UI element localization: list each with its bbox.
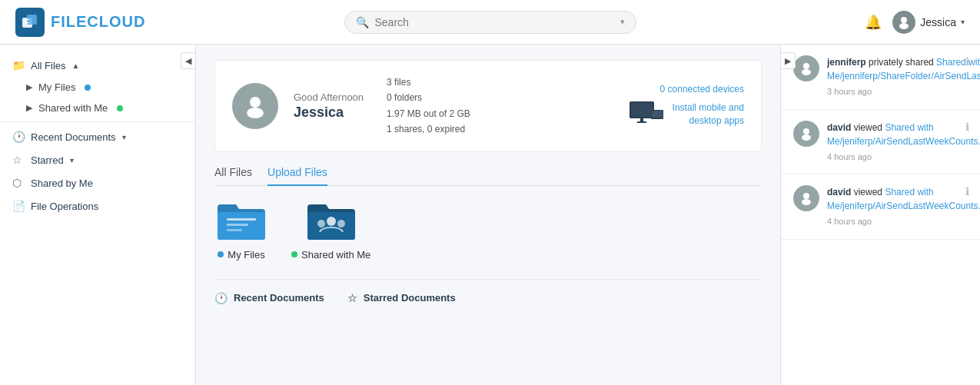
svg-point-25: [803, 193, 809, 199]
starred-caret-icon: ▾: [70, 156, 74, 164]
install-app-link[interactable]: Install mobile and desktop apps: [673, 101, 744, 128]
activity-avatar-2: [793, 121, 819, 147]
files-count: 3 files: [387, 75, 470, 90]
sidebar-item-file-ops[interactable]: 📄 File Operations: [0, 194, 195, 217]
sidebar-starred-label: Starred: [31, 154, 64, 166]
svg-rect-12: [652, 111, 663, 118]
shared-with-me-dot: [117, 105, 123, 111]
sidebar-item-recent-docs[interactable]: 🕐 Recent Documents ▾: [0, 125, 195, 148]
activity-action-1: privately shared: [869, 57, 936, 68]
activity-item-1: jenniferp privately shared Shared with M…: [781, 45, 980, 110]
activity-info-icon-2[interactable]: ℹ: [965, 121, 969, 133]
logo-part1: FILE: [51, 13, 87, 30]
right-panel: ▶ jenniferp privately shared Shared with…: [780, 45, 980, 385]
user-area[interactable]: Jessica ▾: [892, 11, 965, 34]
recent-docs-section[interactable]: 🕐 Recent Documents: [214, 292, 324, 304]
svg-point-5: [250, 97, 261, 108]
activity-time-2: 4 hours ago: [827, 151, 980, 164]
logo-part2: CLOUD: [87, 13, 145, 30]
all-files-caret-icon: ▲: [72, 61, 80, 70]
clock-icon: 🕐: [12, 131, 25, 143]
activity-info-icon-3[interactable]: ℹ: [965, 185, 969, 197]
activity-action-3: viewed: [854, 187, 885, 197]
recent-docs-section-label: Recent Documents: [234, 292, 324, 304]
search-input-wrap[interactable]: 🔍 ▾: [344, 11, 636, 34]
sidebar-item-starred[interactable]: ☆ Starred ▾: [0, 148, 195, 171]
user-banner: Good Afternoon Jessica 3 files 0 folders…: [214, 60, 762, 152]
svg-point-6: [247, 108, 264, 118]
search-bar: 🔍 ▾: [169, 11, 811, 34]
sidebar-item-all-files[interactable]: 📁 All Files ▲: [0, 54, 195, 77]
activity-avatar-3: [793, 185, 819, 211]
search-dropdown-icon: ▾: [620, 17, 625, 27]
logo-icon: F: [15, 8, 45, 37]
avatar: [892, 11, 915, 34]
monitor-icon: [628, 101, 665, 128]
starred-docs-section-label: Starred Documents: [364, 292, 456, 304]
folder-icon: 📁: [12, 59, 25, 71]
activity-item-3: david viewed Shared with Me/jeniferp/Air…: [781, 174, 980, 240]
activity-time-1: 3 hours ago: [827, 85, 980, 98]
bottom-row: 🕐 Recent Documents ☆ Starred Documents: [214, 279, 762, 304]
shared-with-me-label-dot: [291, 251, 297, 257]
install-app-area[interactable]: Install mobile and desktop apps: [628, 101, 744, 128]
sidebar-item-my-files[interactable]: ▶ My Files: [0, 77, 195, 98]
sidebar-divider-1: [0, 121, 195, 122]
svg-rect-10: [637, 121, 646, 123]
banner-stats: 3 files 0 folders 1.97 MB out of 2 GB 1 …: [387, 75, 470, 138]
file-item-my-files[interactable]: My Files: [214, 198, 268, 261]
activity-action-2: viewed: [854, 122, 885, 133]
user-caret-icon: ▾: [961, 18, 965, 26]
activity-content-2: david viewed Shared with Me/jeniferp/Air…: [827, 121, 980, 164]
shared-with-me-label-text: Shared with Me: [301, 249, 370, 261]
activity-user-1: jenniferp: [827, 57, 866, 68]
install-text-1: Install mobile and: [673, 101, 744, 115]
star-icon: ☆: [12, 154, 25, 166]
file-item-shared-with-me[interactable]: Shared with Me: [291, 198, 370, 261]
my-files-label: My Files: [218, 249, 264, 261]
folders-count: 0 folders: [387, 90, 470, 105]
banner-actions: 0 connected devices Install mobile and: [628, 84, 744, 128]
sidebar-my-files-label: My Files: [38, 81, 75, 93]
sidebar-recent-docs-label: Recent Documents: [31, 131, 116, 143]
svg-point-24: [802, 134, 811, 141]
connected-devices-link[interactable]: 0 connected devices: [660, 84, 744, 95]
file-grid: My Files Shared with Me: [214, 198, 762, 261]
activity-info-icon-1[interactable]: ℹ: [965, 55, 969, 68]
bell-icon[interactable]: 🔔: [865, 14, 882, 31]
main-inner: Good Afternoon Jessica 3 files 0 folders…: [196, 45, 780, 320]
layout: ◀ 📁 All Files ▲ ▶ My Files ▶ Shared with…: [0, 45, 980, 385]
user-name: Jessica: [920, 16, 956, 28]
shared-with-me-caret-icon: ▶: [26, 103, 32, 113]
sidebar-item-shared-with-me[interactable]: ▶ Shared with Me: [0, 98, 195, 118]
tab-all-files[interactable]: All Files: [214, 166, 252, 186]
install-text-2: desktop apps: [673, 115, 744, 128]
shared-with-me-label: Shared with Me: [291, 249, 370, 261]
sidebar-all-files-label: All Files: [31, 60, 66, 71]
shares-info: 1 shares, 0 expired: [387, 121, 470, 137]
banner-avatar: [232, 83, 278, 129]
banner-text: Good Afternoon Jessica: [294, 91, 364, 121]
svg-rect-9: [640, 118, 643, 121]
my-files-caret-icon: ▶: [26, 82, 32, 92]
recent-docs-section-icon: 🕐: [214, 292, 228, 304]
svg-point-4: [899, 23, 909, 29]
right-panel-collapse-button[interactable]: ▶: [780, 52, 796, 69]
activity-content-1: jenniferp privately shared Shared with M…: [827, 55, 980, 98]
sidebar-shared-by-me-label: Shared by Me: [31, 178, 93, 189]
activity-time-3: 4 hours ago: [827, 215, 980, 228]
sidebar-file-ops-label: File Operations: [31, 201, 98, 212]
logo-text: FILECLOUD: [51, 13, 145, 31]
search-input[interactable]: [375, 16, 614, 28]
my-files-label-text: My Files: [228, 249, 264, 261]
header: F FILECLOUD 🔍 ▾ 🔔 Jessica ▾: [0, 0, 980, 45]
share-icon: ⬡: [12, 177, 25, 189]
svg-point-3: [901, 17, 907, 23]
starred-docs-section[interactable]: ☆ Starred Documents: [347, 292, 456, 304]
sidebar-collapse-button[interactable]: ◀: [181, 52, 196, 69]
storage-info: 1.97 MB out of 2 GB: [387, 106, 470, 121]
sidebar-item-shared-by-me[interactable]: ⬡ Shared by Me: [0, 171, 195, 194]
sidebar-shared-with-me-label: Shared with Me: [38, 102, 108, 114]
tab-upload-files[interactable]: Upload Files: [267, 166, 327, 186]
activity-user-2: david: [827, 122, 851, 133]
